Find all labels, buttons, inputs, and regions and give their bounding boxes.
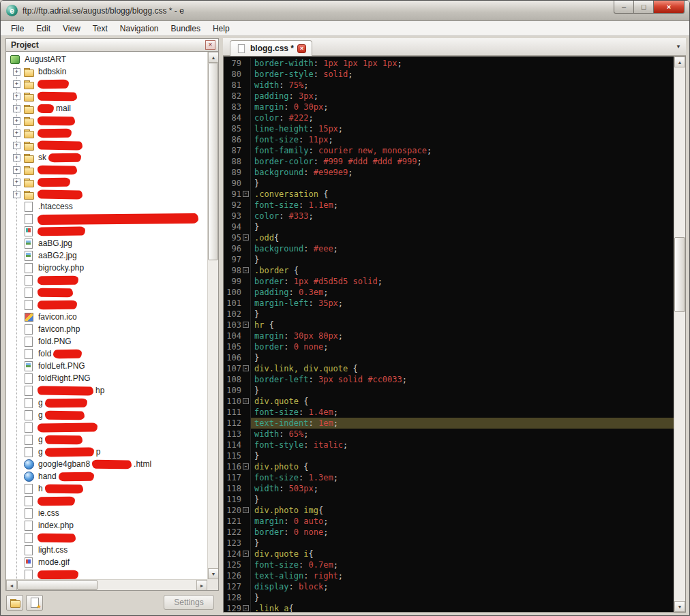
code-line-116[interactable]: 116-div.photo {	[224, 461, 674, 472]
tree-item[interactable]: +	[6, 78, 207, 90]
menu-item-file[interactable]: File	[5, 21, 30, 35]
tree-item[interactable]: +	[6, 139, 207, 151]
code-line-126[interactable]: 126text-align: right;	[224, 570, 674, 581]
tree-item[interactable]	[6, 568, 207, 579]
code-line-119[interactable]: 119}	[224, 494, 674, 505]
code-line-80[interactable]: 80border-style: solid;	[224, 69, 674, 80]
code-line-81[interactable]: 81width: 75%;	[224, 80, 674, 91]
settings-button[interactable]: Settings	[164, 595, 214, 610]
tree-item[interactable]: +	[6, 114, 207, 127]
code-line-104[interactable]: 104margin: 30px 80px;	[224, 330, 674, 341]
tree-item[interactable]: favicon.ico	[6, 311, 207, 323]
code-line-88[interactable]: 88border-color: #999 #ddd #ddd #999;	[224, 156, 674, 167]
tree-horizontal-scrollbar[interactable]: ◄ ►	[6, 579, 207, 590]
scroll-left-button[interactable]: ◄	[6, 580, 17, 591]
tree-item[interactable]: index.php	[6, 519, 207, 532]
tree-item[interactable]: g	[6, 397, 207, 409]
code-line-103[interactable]: 103-hr {	[224, 320, 674, 330]
tree-hscroll-thumb[interactable]	[17, 580, 97, 590]
code-line-121[interactable]: 121margin: 0 auto;	[224, 516, 674, 527]
editor-scroll-down-button[interactable]: ▼	[674, 601, 685, 612]
tree-item[interactable]: AugustART	[6, 53, 207, 65]
fold-toggle-icon[interactable]: -	[243, 398, 249, 404]
code-line-86[interactable]: 86font-size: 11px;	[224, 134, 674, 145]
tree-item[interactable]	[6, 532, 207, 544]
code-line-79[interactable]: 79border-width: 1px 1px 1px 1px;	[224, 58, 674, 69]
code-line-90[interactable]: 90}	[224, 178, 674, 189]
code-line-82[interactable]: 82padding: 3px;	[224, 91, 674, 102]
code-line-84[interactable]: 84color: #222;	[224, 112, 674, 123]
tree-vertical-scrollbar[interactable]: ▲ ▼	[207, 52, 218, 579]
code-line-115[interactable]: 115}	[224, 450, 674, 461]
editor-vscroll-thumb[interactable]	[674, 237, 685, 312]
tree-item[interactable]: aaBG.jpg	[6, 237, 207, 249]
close-button[interactable]: ×	[653, 1, 685, 14]
scroll-right-button[interactable]: ►	[196, 580, 207, 591]
expand-plus-icon[interactable]: +	[13, 154, 20, 161]
expand-plus-icon[interactable]: +	[13, 105, 20, 112]
scroll-up-button[interactable]: ▲	[208, 52, 219, 63]
code-line-108[interactable]: 108border-left: 3px solid #cc0033;	[224, 374, 674, 385]
expand-plus-icon[interactable]: +	[13, 142, 20, 149]
code-line-100[interactable]: 100padding: 0.3em;	[224, 287, 674, 298]
expand-plus-icon[interactable]: +	[13, 166, 20, 174]
code-line-114[interactable]: 114font-style: italic;	[224, 440, 674, 450]
code-line-124[interactable]: 124-div.quote i{	[224, 549, 674, 559]
tree-item[interactable]: ie.css	[6, 507, 207, 519]
tree-item[interactable]: +sk	[6, 151, 207, 164]
expand-plus-icon[interactable]: +	[13, 80, 20, 88]
code-line-110[interactable]: 110-div.quote {	[224, 396, 674, 407]
code-line-87[interactable]: 87font-family: courier new, monospace;	[224, 145, 674, 156]
tree-item[interactable]: gp	[6, 446, 207, 458]
tree-item[interactable]: +	[6, 127, 207, 139]
tree-item[interactable]: mode.gif	[6, 556, 207, 568]
tab-blogg-css[interactable]: blogg.css * ×	[230, 40, 312, 56]
tab-list-dropdown-icon[interactable]: ▼	[676, 44, 681, 50]
code-line-120[interactable]: 120-div.photo img{	[224, 505, 674, 516]
code-area[interactable]: 79border-width: 1px 1px 1px 1px;80border…	[224, 57, 674, 612]
code-line-123[interactable]: 123}	[224, 538, 674, 549]
fold-toggle-icon[interactable]: -	[243, 507, 249, 513]
fold-toggle-icon[interactable]: -	[243, 551, 249, 557]
code-line-97[interactable]: 97}	[224, 254, 674, 265]
code-line-93[interactable]: 93color: #333;	[224, 211, 674, 221]
tree-item[interactable]: +	[6, 90, 207, 102]
code-line-99[interactable]: 99border: 1px #d5d5d5 solid;	[224, 276, 674, 287]
tree-item[interactable]: favicon.php	[6, 323, 207, 335]
tree-item[interactable]	[6, 286, 207, 298]
tree-item[interactable]: +	[6, 188, 207, 200]
menu-item-navigation[interactable]: Navigation	[114, 21, 165, 35]
tree-item[interactable]: +bdbskin	[6, 65, 207, 78]
code-line-102[interactable]: 102}	[224, 309, 674, 320]
code-line-129[interactable]: 129-.link a{	[224, 603, 674, 612]
code-line-89[interactable]: 89background: #e9e9e9;	[224, 167, 674, 178]
tab-close-button[interactable]: ×	[297, 44, 306, 53]
maximize-button[interactable]: □	[633, 1, 654, 14]
code-line-127[interactable]: 127display: block;	[224, 581, 674, 592]
tree-item[interactable]: g	[6, 409, 207, 421]
code-line-92[interactable]: 92font-size: 1.1em;	[224, 200, 674, 211]
expand-plus-icon[interactable]: +	[13, 129, 20, 137]
tree-item[interactable]: google4gban8.html	[6, 458, 207, 470]
tree-item[interactable]: foldLeft.PNG	[6, 360, 207, 372]
tree-item[interactable]	[6, 213, 207, 225]
code-line-95[interactable]: 95-.odd{	[224, 232, 674, 243]
menu-item-help[interactable]: Help	[207, 21, 236, 35]
tree-item[interactable]	[6, 421, 207, 433]
fold-toggle-icon[interactable]: -	[243, 605, 249, 611]
fold-toggle-icon[interactable]: -	[243, 267, 249, 273]
scroll-down-button[interactable]: ▼	[208, 568, 219, 579]
code-line-105[interactable]: 105border: 0 none;	[224, 341, 674, 352]
tree-item[interactable]	[6, 298, 207, 311]
code-line-106[interactable]: 106}	[224, 352, 674, 363]
tree-item[interactable]: .htaccess	[6, 200, 207, 213]
menu-item-text[interactable]: Text	[87, 21, 114, 35]
code-line-83[interactable]: 83margin: 0 30px;	[224, 102, 674, 112]
tree-item[interactable]: +mail	[6, 102, 207, 114]
expand-plus-icon[interactable]: +	[13, 68, 20, 76]
editor-vertical-scrollbar[interactable]: ▲ ▼	[674, 57, 685, 612]
code-line-125[interactable]: 125font-size: 0.7em;	[224, 559, 674, 570]
menu-item-view[interactable]: View	[57, 21, 87, 35]
new-file-button[interactable]: ★	[26, 595, 43, 611]
code-line-111[interactable]: 111font-size: 1.4em;	[224, 407, 674, 418]
